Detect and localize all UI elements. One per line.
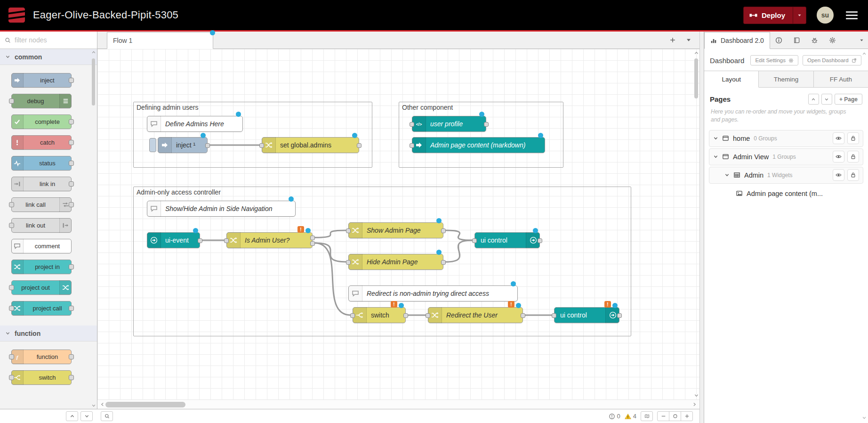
- add-page-button[interactable]: + Page: [835, 94, 862, 105]
- input-port[interactable]: [9, 306, 14, 311]
- palette-category-common[interactable]: common: [0, 49, 97, 65]
- error-count[interactable]: 0: [609, 413, 620, 420]
- palette-node-link-in[interactable]: link in: [11, 177, 72, 191]
- lock-toggle-button[interactable]: [847, 151, 859, 163]
- output-port[interactable]: [617, 313, 622, 318]
- pages-tree-row-admin-view[interactable]: Admin View1 Groups: [709, 148, 863, 165]
- palette-category-function[interactable]: function: [0, 325, 97, 342]
- flow-node-user1[interactable]: </>user profile: [412, 116, 486, 132]
- inject-trigger-button[interactable]: [149, 138, 156, 152]
- flow-canvas[interactable]: Defining admin usersOther componentAdmin…: [97, 49, 699, 399]
- pages-tree-row-admin[interactable]: Admin1 Widgets: [709, 167, 863, 184]
- palette-node-link-call[interactable]: link call: [11, 197, 72, 212]
- tab-info[interactable]: [770, 32, 788, 49]
- canvas-horizontal-scrollbar-thumb[interactable]: [105, 402, 185, 407]
- palette-node-function[interactable]: ffunction: [11, 350, 72, 364]
- output-port[interactable]: [69, 202, 74, 207]
- scroll-right-icon[interactable]: [692, 402, 697, 407]
- visibility-toggle-button[interactable]: [833, 169, 844, 181]
- flow-node-uievent[interactable]: ui-event: [147, 232, 200, 248]
- input-port[interactable]: [259, 143, 264, 148]
- flow-node-comment1[interactable]: Define Admins Here: [147, 116, 243, 132]
- wire-hide1-to-uictl1[interactable]: [445, 240, 473, 262]
- tab-dashboard-2[interactable]: Dashboard 2.0: [704, 32, 770, 49]
- scroll-up-icon[interactable]: [694, 50, 699, 56]
- output-port[interactable]: [69, 161, 74, 166]
- palette-node-project-call[interactable]: project call: [11, 301, 72, 316]
- tab-debug[interactable]: [806, 32, 824, 49]
- output-port[interactable]: [357, 143, 362, 148]
- input-port[interactable]: [9, 354, 14, 359]
- input-port[interactable]: [426, 313, 430, 318]
- palette-collapse-categories-button[interactable]: [66, 411, 78, 421]
- deploy-options-button[interactable]: [793, 7, 806, 24]
- output-port[interactable]: [403, 313, 408, 318]
- lock-toggle-button[interactable]: [847, 169, 859, 181]
- tab-layout[interactable]: Layout: [704, 71, 759, 88]
- output-port[interactable]: [69, 181, 74, 187]
- palette-node-complete[interactable]: complete: [11, 114, 72, 129]
- warning-count[interactable]: 4: [625, 413, 636, 420]
- flow-node-redir1[interactable]: Redirect the User!: [428, 307, 523, 323]
- input-port[interactable]: [410, 143, 414, 148]
- output-port[interactable]: [69, 119, 74, 124]
- output-port[interactable]: [538, 238, 542, 243]
- palette-node-comment[interactable]: comment: [11, 239, 72, 253]
- flow-node-set1[interactable]: set global.admins: [262, 137, 359, 153]
- output-port[interactable]: [521, 313, 525, 318]
- visibility-toggle-button[interactable]: [833, 151, 844, 163]
- input-port[interactable]: [346, 260, 351, 265]
- flow-node-uictl2[interactable]: ui control!: [554, 307, 619, 323]
- lock-toggle-button[interactable]: [847, 132, 859, 144]
- output-port[interactable]: [69, 306, 74, 311]
- flow-node-comment2[interactable]: Show/Hide Admin in Side Navigation: [147, 201, 296, 217]
- palette-node-project-out[interactable]: project out: [11, 280, 72, 295]
- canvas-vertical-scrollbar-thumb[interactable]: [694, 58, 698, 98]
- input-port[interactable]: [9, 285, 14, 290]
- palette-expand-categories-button[interactable]: [80, 411, 93, 421]
- input-port[interactable]: [9, 98, 14, 104]
- palette-node-link-out[interactable]: link out: [11, 218, 72, 233]
- output-port[interactable]: [69, 264, 74, 269]
- flow-node-isadmin[interactable]: Is Admin User?!: [226, 232, 313, 248]
- palette-filter-input[interactable]: [15, 36, 92, 44]
- flow-node-switch1[interactable]: switch!: [353, 307, 406, 323]
- flow-node-comment3[interactable]: Redirect is non-admin trying direct acce…: [348, 285, 518, 301]
- flow-list-button[interactable]: [682, 33, 696, 47]
- input-port[interactable]: [224, 238, 229, 243]
- navigator-toggle-button[interactable]: [641, 411, 653, 421]
- palette-node-catch[interactable]: catch: [11, 135, 72, 150]
- wire-show1-to-uictl1[interactable]: [445, 230, 473, 240]
- output-port[interactable]: [441, 228, 446, 233]
- collapse-all-button[interactable]: [808, 94, 819, 105]
- input-port[interactable]: [9, 375, 14, 380]
- palette-node-inject[interactable]: inject: [11, 73, 72, 88]
- sidebar-splitter[interactable]: [699, 32, 704, 423]
- output-port[interactable]: [69, 375, 74, 380]
- tab-ff-auth[interactable]: FF Auth: [814, 71, 868, 88]
- flow-node-hide1[interactable]: Hide Admin Page: [348, 254, 443, 270]
- flow-node-uictl1[interactable]: ui control: [474, 232, 540, 248]
- canvas-horizontal-scrollbar[interactable]: [97, 399, 699, 409]
- input-port[interactable]: [9, 202, 14, 207]
- input-port[interactable]: [346, 228, 351, 233]
- output-port[interactable]: [69, 140, 74, 145]
- flow-tab[interactable]: Flow 1: [107, 32, 213, 49]
- sidebar-tab-menu-button[interactable]: [855, 32, 868, 49]
- flow-node-inject1[interactable]: inject ¹: [158, 137, 208, 153]
- tab-help[interactable]: [788, 32, 806, 49]
- palette-node-status[interactable]: status: [11, 156, 72, 171]
- pages-tree-row-admin-page-content-m-[interactable]: Admin page content (m...: [709, 185, 863, 202]
- wire-isadmin-to-show1[interactable]: [314, 230, 346, 237]
- scroll-down-icon[interactable]: [694, 393, 699, 398]
- edit-settings-button[interactable]: Edit Settings: [750, 55, 798, 65]
- output-port[interactable]: [69, 354, 74, 359]
- input-port[interactable]: [350, 313, 355, 318]
- input-port[interactable]: [410, 122, 414, 127]
- add-flow-button[interactable]: [666, 33, 680, 47]
- output-port[interactable]: [310, 241, 315, 246]
- deploy-button[interactable]: Deploy: [743, 7, 806, 24]
- output-port[interactable]: [310, 236, 315, 240]
- wire-isadmin-to-switch1[interactable]: [314, 243, 351, 315]
- palette-scrollbar[interactable]: [90, 50, 96, 408]
